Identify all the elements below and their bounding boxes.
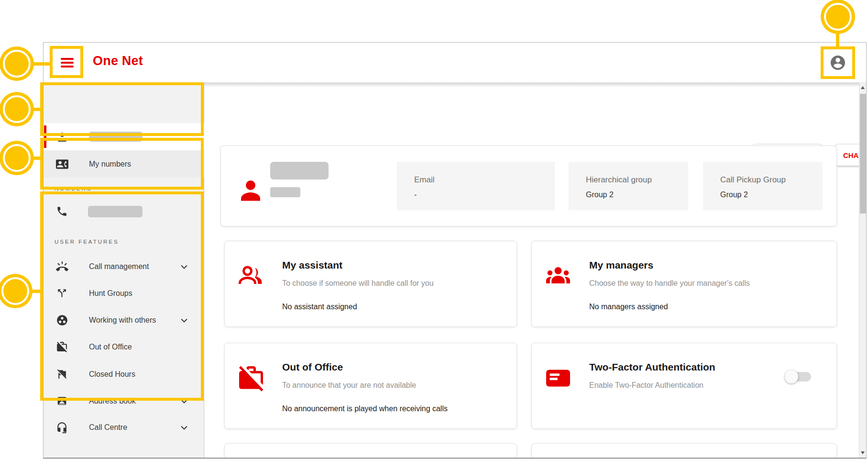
- page-title: One Net: [93, 54, 143, 68]
- annotation-connector: [28, 290, 41, 293]
- scroll-up-arrow[interactable]: [859, 84, 867, 91]
- annotation-marker-circle: [1, 277, 29, 305]
- avatar-person-icon: [236, 176, 265, 204]
- annotation-box-numbers-group: [40, 138, 204, 190]
- my-assistant-icon: [237, 262, 265, 291]
- annotation-connector: [30, 108, 41, 111]
- card-subtitle: To choose if someone will handle call fo…: [282, 279, 434, 288]
- partial-card-right[interactable]: [531, 443, 837, 459]
- card-subtitle: Choose the way to handle your manager's …: [589, 279, 750, 288]
- card-status: No announcement is played when receiving…: [282, 405, 448, 413]
- annotation-connector: [30, 157, 41, 160]
- call-pickup-group-label: Call Pickup Group: [720, 175, 823, 185]
- annotation-box-menu: [50, 46, 83, 78]
- screenshot-canvas: One Net My numbers N: [0, 0, 868, 461]
- my-managers-card[interactable]: My managers Choose the way to handle you…: [531, 241, 837, 327]
- chevron-down-icon: [179, 423, 189, 432]
- email-value: -: [414, 191, 555, 199]
- my-assistant-card[interactable]: My assistant To choose if someone will h…: [224, 241, 517, 327]
- card-subtitle: Enable Two-Factor Authentication: [589, 381, 703, 390]
- annotation-connector: [836, 32, 839, 47]
- annotation-connector: [30, 62, 51, 66]
- hierarchical-group-info-box: Hierarchical group Group 2: [569, 162, 688, 210]
- annotation-box-user-features-group: [40, 191, 204, 401]
- card-subtitle: To announce that your are not available: [282, 381, 416, 390]
- my-managers-icon: [544, 262, 572, 291]
- annotation-marker-circle: [3, 144, 31, 172]
- call-pickup-group-info-box: Call Pickup Group Group 2: [703, 162, 823, 210]
- profile-summary-card: Email - Hierarchical group Group 2 Call …: [220, 146, 837, 226]
- email-info-box: Email -: [397, 162, 555, 210]
- scrollbar-thumb[interactable]: [860, 94, 866, 214]
- call-pickup-group-value: Group 2: [720, 191, 823, 199]
- card-title: My assistant: [282, 259, 342, 271]
- card-status: No managers assigned: [589, 303, 668, 311]
- annotation-box-profile-group: [40, 82, 204, 136]
- annotation-marker-circle: [3, 95, 31, 123]
- two-factor-icon: [544, 364, 572, 393]
- header-shadow: [204, 83, 859, 87]
- hierarchical-group-label: Hierarchical group: [586, 175, 688, 185]
- card-title: Two-Factor Authentication: [589, 361, 715, 373]
- out-of-office-card[interactable]: Out of Office To announce that your are …: [224, 343, 517, 429]
- card-title: Out of Office: [282, 361, 343, 373]
- app-header: One Net: [44, 43, 866, 83]
- annotation-marker-circle: [3, 50, 31, 78]
- card-title: My managers: [589, 259, 653, 271]
- hierarchical-group-value: Group 2: [586, 191, 688, 199]
- two-factor-authentication-card[interactable]: Two-Factor Authentication Enable Two-Fac…: [531, 343, 837, 429]
- annotation-marker-circle: [824, 3, 852, 31]
- email-label: Email: [414, 175, 555, 185]
- two-factor-toggle[interactable]: [786, 372, 811, 382]
- out-of-office-icon: [237, 364, 265, 393]
- sidebar-item-call-centre[interactable]: Call Centre: [44, 416, 204, 439]
- card-status: No assistant assigned: [282, 303, 357, 311]
- annotation-box-account: [821, 46, 855, 79]
- toggle-knob: [785, 370, 798, 383]
- scroll-down-arrow[interactable]: [859, 449, 867, 457]
- sidebar-item-label: Call Centre: [89, 423, 127, 432]
- vertical-scrollbar: [859, 83, 866, 458]
- profile-number-placeholder: [270, 187, 300, 197]
- headset-icon: [56, 421, 68, 434]
- partial-card-left[interactable]: [224, 443, 517, 459]
- profile-name-placeholder: [270, 162, 329, 180]
